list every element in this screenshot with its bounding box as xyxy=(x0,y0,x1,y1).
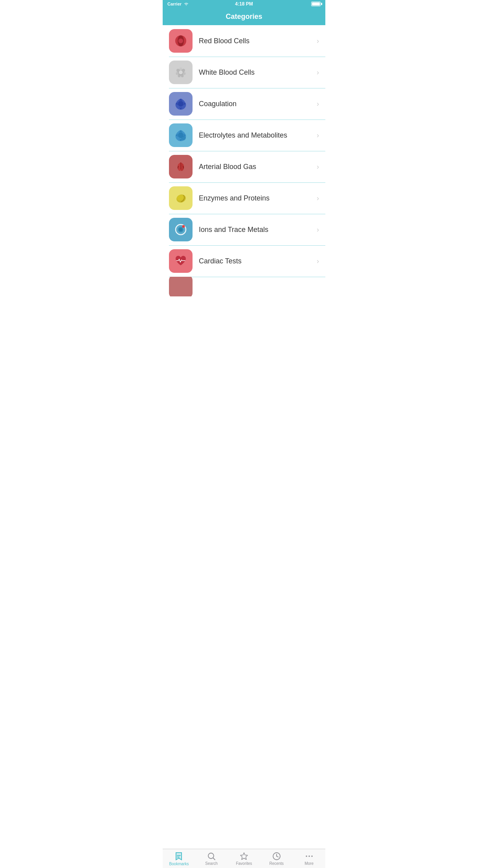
svg-rect-15 xyxy=(180,162,181,169)
carrier-label: Carrier xyxy=(167,2,182,6)
chevron-icon: › xyxy=(317,68,319,77)
category-icon-electrolytes xyxy=(169,123,193,147)
category-list: Red Blood Cells › White Blood Cells › xyxy=(163,25,325,316)
category-label-red-blood-cells: Red Blood Cells xyxy=(199,37,314,45)
category-item-enzymes-proteins[interactable]: Enzymes and Proteins › xyxy=(163,182,325,214)
svg-point-7 xyxy=(176,72,179,75)
svg-point-5 xyxy=(176,69,180,72)
carrier-info: Carrier xyxy=(167,2,189,6)
svg-point-2 xyxy=(178,39,183,43)
category-item-cardiac-tests[interactable]: Cardiac Tests › xyxy=(163,245,325,277)
category-label-cardiac-tests: Cardiac Tests xyxy=(199,257,314,265)
category-item-arterial-blood-gas[interactable]: Arterial Blood Gas › xyxy=(163,151,325,182)
category-item-electrolytes[interactable]: Electrolytes and Metabolites › xyxy=(163,120,325,151)
chevron-icon: › xyxy=(317,163,319,171)
svg-point-20 xyxy=(179,228,182,231)
wifi-icon xyxy=(183,2,189,6)
svg-point-21 xyxy=(182,225,185,228)
category-icon-white-blood-cells xyxy=(169,61,193,84)
category-icon-partial xyxy=(169,277,193,296)
category-label-white-blood-cells: White Blood Cells xyxy=(199,68,314,77)
category-icon-coagulation xyxy=(169,92,193,116)
battery-icon xyxy=(311,2,321,6)
nav-bar: Categories xyxy=(163,8,325,25)
battery-area xyxy=(311,2,321,6)
status-bar: Carrier 4:18 PM xyxy=(163,0,325,8)
category-icon-enzymes-proteins xyxy=(169,186,193,210)
chevron-icon: › xyxy=(317,257,319,265)
category-label-electrolytes: Electrolytes and Metabolites xyxy=(199,131,314,140)
category-label-ions-trace-metals: Ions and Trace Metals xyxy=(199,226,314,234)
category-item-red-blood-cells[interactable]: Red Blood Cells › xyxy=(163,25,325,57)
svg-point-9 xyxy=(178,75,181,77)
category-icon-red-blood-cells xyxy=(169,29,193,53)
svg-point-6 xyxy=(182,69,185,72)
page-title: Categories xyxy=(226,13,262,21)
category-icon-cardiac-tests xyxy=(169,249,193,273)
svg-point-12 xyxy=(178,101,183,107)
svg-rect-22 xyxy=(172,278,189,295)
chevron-icon: › xyxy=(317,100,319,108)
status-time: 4:18 PM xyxy=(235,1,253,7)
svg-point-11 xyxy=(180,68,182,70)
category-item-ions-trace-metals[interactable]: Ions and Trace Metals › xyxy=(163,214,325,245)
svg-point-10 xyxy=(181,75,184,77)
svg-point-14 xyxy=(181,136,186,140)
chevron-icon: › xyxy=(317,131,319,140)
category-item-coagulation[interactable]: Coagulation › xyxy=(163,88,325,120)
chevron-icon: › xyxy=(317,194,319,202)
chevron-icon: › xyxy=(317,226,319,234)
svg-point-8 xyxy=(183,72,186,75)
category-icon-arterial-blood-gas xyxy=(169,155,193,178)
category-label-enzymes-proteins: Enzymes and Proteins xyxy=(199,194,314,202)
category-label-coagulation: Coagulation xyxy=(199,100,314,108)
category-icon-ions-trace-metals xyxy=(169,218,193,241)
category-label-arterial-blood-gas: Arterial Blood Gas xyxy=(199,163,314,171)
category-item-partial[interactable] xyxy=(163,277,325,296)
chevron-icon: › xyxy=(317,37,319,45)
category-item-white-blood-cells[interactable]: White Blood Cells › xyxy=(163,57,325,88)
